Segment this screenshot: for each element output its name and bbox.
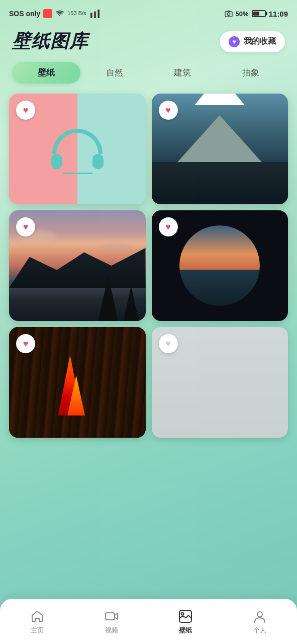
tab-wallpaper[interactable]: 壁纸 <box>12 62 80 84</box>
headphone-graphic <box>47 124 108 174</box>
header: 壁纸图库 ♥ 我的收藏 <box>0 25 297 62</box>
svg-point-8 <box>181 612 184 615</box>
battery-icon <box>252 10 266 17</box>
image-grid: ♥ ♥ ♥ <box>0 94 297 488</box>
heart-icon-2: ♥ <box>165 106 171 115</box>
like-button-2[interactable]: ♥ <box>159 101 178 120</box>
svg-rect-1 <box>94 12 96 19</box>
status-bar: SOS only ! 153 B/s 50% 11 <box>0 0 297 25</box>
mountain-base <box>152 162 288 204</box>
wallpaper-card-2[interactable]: ♥ <box>152 94 288 204</box>
wallpaper-card-4[interactable]: ♥ <box>152 210 288 321</box>
heart-icon-5: ♥ <box>23 339 29 348</box>
sos-icon: ! <box>43 9 52 18</box>
heart-icon-3: ♥ <box>23 222 29 231</box>
svg-point-4 <box>227 13 230 15</box>
nav-item-video[interactable]: 视频 <box>74 609 149 635</box>
wifi-icon <box>55 10 64 17</box>
mountain-peak <box>174 115 265 166</box>
wallpaper-card-1[interactable]: ♥ <box>9 94 146 204</box>
tab-nature[interactable]: 自然 <box>80 62 149 84</box>
like-button-3[interactable]: ♥ <box>16 217 35 236</box>
app-title: 壁纸图库 <box>12 29 88 54</box>
heart-icon-6: ♥ <box>165 339 171 348</box>
arch-surround <box>179 225 260 306</box>
network-icon <box>89 9 101 18</box>
nav-label-profile: 个人 <box>253 626 266 635</box>
heart-icon-4: ♥ <box>165 222 171 231</box>
home-icon <box>30 609 45 624</box>
nav-item-profile[interactable]: 个人 <box>223 609 297 635</box>
nav-label-video: 视频 <box>105 626 118 635</box>
network-speed: 153 B/s <box>67 10 86 17</box>
heart-icon-1: ♥ <box>23 106 29 115</box>
arch-circle <box>179 225 260 306</box>
like-button-4[interactable]: ♥ <box>159 217 178 236</box>
tab-architecture[interactable]: 建筑 <box>149 62 217 84</box>
camera-icon <box>225 10 233 17</box>
bottom-nav: 主页 视频 壁纸 个人 <box>0 599 297 644</box>
sos-text: SOS only <box>9 10 40 18</box>
svg-rect-2 <box>97 10 100 18</box>
svg-rect-3 <box>225 12 232 17</box>
favorites-button[interactable]: ♥ 我的收藏 <box>220 31 285 52</box>
status-left: SOS only ! 153 B/s <box>9 9 101 18</box>
battery-percent: 50% <box>236 10 249 18</box>
tree-2 <box>124 286 139 321</box>
like-button-5[interactable]: ♥ <box>16 334 35 353</box>
profile-icon <box>252 609 267 624</box>
wallpaper-nav-icon <box>178 609 193 624</box>
svg-rect-0 <box>90 13 92 18</box>
svg-rect-5 <box>227 11 230 12</box>
like-button-6[interactable]: ♥ <box>159 334 178 353</box>
nav-item-home[interactable]: 主页 <box>0 609 74 635</box>
cloud-2 <box>102 244 132 253</box>
like-button-1[interactable]: ♥ <box>16 101 35 120</box>
heart-purple-icon: ♥ <box>229 36 240 47</box>
nav-item-wallpaper[interactable]: 壁纸 <box>149 609 223 635</box>
nav-label-home: 主页 <box>31 626 44 635</box>
wallpaper-card-6[interactable]: ♥ <box>152 327 288 438</box>
wallpaper-card-5[interactable]: ♥ <box>9 327 146 438</box>
svg-rect-6 <box>106 613 115 620</box>
nav-label-wallpaper: 壁纸 <box>179 626 192 635</box>
category-tabs: 壁纸 自然 建筑 抽象 <box>0 62 297 84</box>
wallpaper-card-3[interactable]: ♥ <box>9 210 146 321</box>
favorites-button-label: 我的收藏 <box>244 36 276 47</box>
tab-abstract[interactable]: 抽象 <box>217 62 285 84</box>
video-icon <box>104 609 119 624</box>
svg-point-9 <box>257 612 262 617</box>
time-display: 11:09 <box>269 10 288 18</box>
status-right: 50% 11:09 <box>225 10 288 18</box>
